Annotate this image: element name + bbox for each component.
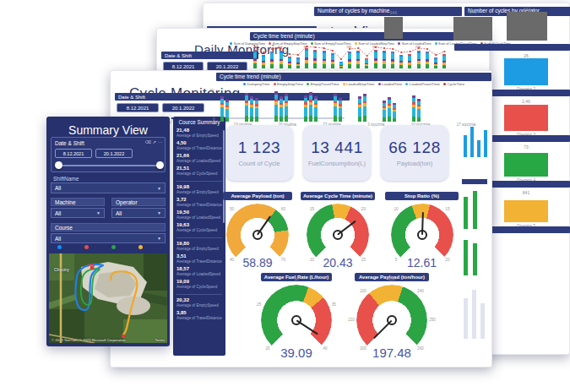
stacked-bar[interactable] (274, 91, 278, 122)
course-color-dot[interactable] (138, 245, 143, 249)
stacked-bar[interactable] (314, 96, 318, 122)
course-dropdown[interactable]: All ▼ (51, 233, 166, 243)
stacked-bar[interactable] (309, 92, 312, 122)
cycle-stacked-bar-chart[interactable] (220, 88, 489, 122)
bar-group[interactable] (383, 97, 398, 122)
kpi-card-fuel-consumption[interactable]: 13 441 FuelConsumption(L) (303, 125, 371, 181)
course-color-dot[interactable] (111, 245, 116, 249)
kpi-card-count-of-cycle[interactable]: 1 123 Count of Cycle (225, 125, 293, 181)
legend-item[interactable]: LoadedStopTime (343, 82, 375, 86)
course-summary-group: 20,32Average of EmptySpeed3,85Average of… (176, 297, 222, 320)
stat-value: 3,85 (176, 310, 222, 315)
stacked-bar[interactable] (388, 97, 391, 122)
more-options-icon[interactable]: ⋯ (158, 139, 162, 144)
gauge-tick-label: 15 (441, 207, 454, 211)
date-to-input[interactable]: 20.1.2022 (95, 149, 133, 158)
date-slider-track[interactable] (58, 165, 160, 166)
stat-label: Average of LoadedSpeed (176, 159, 222, 163)
stacked-bar[interactable] (417, 99, 421, 122)
svg-text:762: 762 (372, 46, 377, 49)
stat-label: Average of LoadedSpeed (176, 272, 222, 276)
stacked-bar[interactable] (285, 94, 288, 122)
slicer-header-icons: ⌫ ↗ ⋯ (145, 139, 162, 144)
mini-chart-bar[interactable] (504, 153, 548, 177)
gauge-tick-label: 230 (385, 277, 399, 281)
slider-handle-left[interactable] (55, 161, 62, 169)
clear-selections-icon[interactable]: ⌫ (145, 139, 151, 144)
legend-item[interactable]: CycleTime (443, 82, 464, 86)
kpi-label: Payload(ton) (397, 160, 433, 167)
legend-item[interactable]: LoadedTime (378, 82, 403, 86)
date-from-input[interactable]: 8.12.2021 (55, 149, 92, 158)
gauge-average-cycle-time[interactable]: Average Cycle Time (minute) 10152025 20.… (301, 192, 375, 270)
legend-item[interactable]: DumpingTime (243, 82, 270, 86)
mini-chart-bar[interactable] (504, 58, 548, 85)
kpi-label: Count of Cycle (238, 160, 280, 167)
gauge-tick-label: 260 (414, 346, 427, 351)
cycles-by-machine-bar[interactable] (384, 17, 403, 39)
bar-group[interactable] (304, 92, 319, 122)
map-terms-link[interactable]: Terms (155, 338, 165, 342)
stacked-bar[interactable] (245, 93, 248, 122)
expand-icon[interactable]: ↗ (153, 139, 156, 144)
cycle-chart-legend: DumpingTimeEmptyStopTimeEmptyTravelTimeL… (218, 82, 490, 86)
bar-group[interactable] (245, 93, 260, 122)
machine-dropdown[interactable]: All ▼ (51, 208, 105, 218)
date-to-input[interactable]: 20.1.2022 (162, 103, 204, 112)
legend-swatch (243, 83, 246, 85)
course-color-dot[interactable] (57, 245, 62, 249)
stacked-bar[interactable] (383, 101, 386, 122)
chevron-down-icon: ▼ (157, 236, 161, 241)
gauge-average-payload-ton-hour[interactable]: Average Payload (ton/hour) 2002102202302… (355, 273, 429, 360)
map-place-label: Chęciny (54, 267, 69, 272)
mini-chart-bar[interactable] (504, 105, 548, 131)
stacked-bar[interactable] (280, 96, 283, 122)
stat-value: 19,98 (176, 184, 222, 189)
stat-value: 19,50 (176, 210, 222, 215)
bar-group[interactable] (220, 96, 231, 122)
stacked-bar[interactable] (250, 96, 253, 122)
page-summary-view: Summary View Date & Shift ⌫ ↗ ⋯ 8.12.202… (46, 117, 170, 346)
gauge-hub (291, 315, 301, 325)
gauge-title: Average Payload (ton) (223, 192, 292, 200)
stacked-bar[interactable] (225, 100, 229, 122)
stat-label: Average of EmptySpeed (176, 133, 222, 138)
operator-dropdown[interactable]: All ▼ (111, 208, 166, 218)
bar-group[interactable] (274, 91, 290, 122)
stacked-bar[interactable] (412, 95, 415, 122)
course-summary-group: 21,48Average of EmptySpeed4,50Average of… (176, 128, 222, 176)
stacked-bar[interactable] (358, 96, 361, 122)
stat-label: Average of EmptySpeed (176, 303, 222, 308)
stacked-bar[interactable] (334, 94, 337, 122)
date-from-input[interactable]: 8.12.2021 (117, 103, 159, 112)
stacked-bar[interactable] (220, 96, 224, 122)
bar-group[interactable] (412, 95, 422, 122)
stacked-bar[interactable] (393, 103, 396, 122)
course-color-dot[interactable] (84, 245, 89, 249)
legend-item[interactable]: EmptyTravelTime (307, 82, 339, 86)
gauge-stop-ratio[interactable]: Stop Ratio (%) 5101520 12.61 (385, 192, 459, 270)
course-map[interactable]: Chęciny © 2023 TomTom, © 2023 Microsoft … (49, 253, 167, 343)
stacked-bar[interactable] (363, 94, 366, 122)
cycles-by-operator-bar[interactable] (507, 12, 547, 41)
gauge-tick-label: 25 (356, 258, 370, 262)
mini-chart-bar[interactable] (504, 200, 548, 222)
bar-group[interactable] (358, 94, 368, 122)
bar-group[interactable] (334, 94, 344, 122)
legend-item[interactable]: EmptyStopTime (274, 82, 304, 86)
chevron-down-icon: ▼ (157, 186, 161, 191)
kpi-card-payload[interactable]: 66 128 Payload(ton) (381, 125, 448, 181)
chevron-down-icon: ▼ (157, 210, 161, 215)
stacked-bar[interactable] (304, 95, 307, 122)
gauge-average-fuel-rate[interactable]: Average Fuel Rate (L/hour) 2025303540 39… (261, 273, 332, 360)
date-shift-slicer: Date & Shift ⌫ ↗ ⋯ 8.12.2021 20.1.2022 (51, 137, 166, 172)
stacked-bar[interactable] (339, 98, 342, 122)
cycles-by-operator-bar[interactable] (453, 17, 492, 41)
legend-item[interactable]: LoadedTravelTime (405, 82, 440, 86)
stacked-bar[interactable] (255, 98, 258, 122)
shiftname-dropdown[interactable]: All ▼ (51, 182, 166, 193)
gauge-average-payload-ton[interactable]: Average Payload (ton) 40506070 58.89 (223, 192, 292, 270)
slider-handle-right[interactable] (156, 161, 164, 169)
y-axis-min-label: 0 (213, 117, 215, 122)
gauge-tick-label: 25 (252, 302, 266, 307)
